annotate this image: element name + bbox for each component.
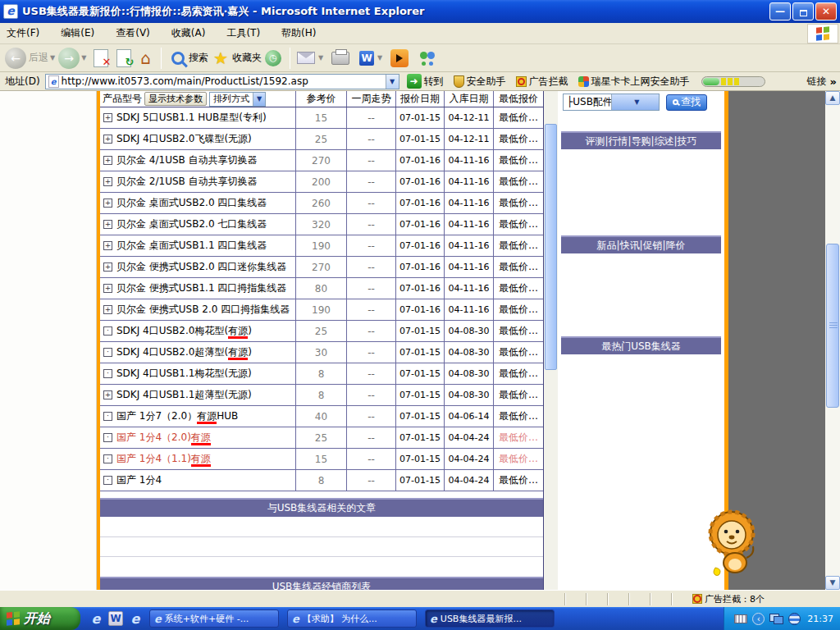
lowest-price-link[interactable]: 最低价… [494,129,543,149]
product-name-link[interactable]: SDKJ 4口USB2.0梅花型(有源) [116,324,252,338]
expand-icon[interactable]: + [103,262,112,272]
product-name-link[interactable]: SDKJ 4口USB1.1梅花型(无源) [116,367,252,381]
go-button[interactable]: ➜ 转到 [404,74,444,89]
product-name-link[interactable]: 国产 1分7（2.0）有源HUB [116,409,238,423]
back-dropdown-icon[interactable]: ▼ [50,54,55,62]
lowest-price-link[interactable]: 最低价… [494,107,543,128]
product-name-link[interactable]: 贝尔金 便携式USB1.1 四口拇指集线器 [116,281,286,295]
minimize-button[interactable]: — [769,2,791,21]
history-button[interactable]: ◷ [265,50,281,66]
chevron-down-icon[interactable]: ▼ [611,94,660,110]
scrollbar-thumb[interactable] [826,244,839,408]
expand-icon[interactable]: + [103,113,112,122]
media-button[interactable] [390,49,409,67]
lowest-price-link[interactable]: 最低价… [494,385,543,405]
back-button[interactable]: ← [5,48,26,69]
frame-scrollbar-thumb[interactable] [545,124,557,370]
lowest-price-link[interactable]: 最低价… [494,235,543,256]
url-dropdown-icon[interactable]: ▼ [386,75,399,89]
keyboard-tray-icon[interactable] [734,614,747,623]
ad-block-button[interactable]: 广告拦截 [516,75,568,89]
lowest-price-link[interactable]: 最低价… [494,278,543,299]
menu-file[interactable]: 文件(F) [7,26,39,40]
kaka-assistant-button[interactable]: 瑞星卡卡上网安全助手 [578,75,690,89]
favorites-icon[interactable]: ★ [213,48,228,68]
expand-icon[interactable]: + [103,305,112,314]
lowest-price-link[interactable]: 最低价… [494,342,543,363]
product-name-link[interactable]: SDKJ 4口USB2.0超薄型(有源) [116,345,252,359]
product-name-link[interactable]: 贝尔金 便携式USB 2.0 四口拇指集线器 [116,303,290,317]
lowest-price-link[interactable]: 最低价… [494,171,543,192]
task-button-2[interactable]: e 【求助】 为什么... [287,609,417,628]
sidebar-nav-news[interactable]: 新品|快讯|促销|降价 [561,235,721,253]
word-edit-button[interactable]: W [359,51,374,66]
product-name-link[interactable]: 国产 1分4（1.1)有源 [116,452,211,466]
vertical-scrollbar[interactable]: ▲ ▼ [825,91,840,590]
expand-icon[interactable]: + [103,177,112,186]
product-name-link[interactable]: 贝尔金 2/1USB 自动共享切换器 [116,175,258,189]
stop-button[interactable]: ✕ [94,49,108,67]
lowest-price-link[interactable]: 最低价… [494,449,543,469]
frame-scrollbar[interactable] [544,91,558,590]
product-name-link[interactable]: 国产 1分4（2.0)有源 [116,431,211,445]
restore-button[interactable] [792,2,814,21]
expand-icon[interactable]: + [103,241,112,250]
expand-icon[interactable]: · [103,454,112,463]
product-name-link[interactable]: SDKJ 4口USB2.0飞碟型(无源) [116,132,252,146]
product-name-link[interactable]: SDKJ 5口USB1.1 HUB星型(专利) [116,111,267,125]
expand-icon[interactable]: + [103,390,112,399]
forward-dropdown-icon[interactable]: ▼ [81,54,86,62]
product-name-link[interactable]: 国产 1分4 [116,473,162,487]
search-icon[interactable] [171,52,185,65]
expand-icon[interactable]: + [103,156,112,165]
lowest-price-link[interactable]: 最低价… [494,470,543,491]
app-tray-icon[interactable] [788,613,801,625]
show-params-button[interactable]: 显示技术参数 [144,92,207,106]
category-dropdown[interactable]: ├USB配件 ▼ [563,94,660,111]
word-dropdown-icon[interactable]: ▼ [377,54,382,62]
task-button-1[interactable]: e 系统+软件+硬件 -... [149,609,279,628]
close-button[interactable]: ✕ [815,2,837,21]
quick-launch-word-icon[interactable]: W [108,611,123,626]
menu-edit[interactable]: 编辑(E) [61,26,94,40]
lowest-price-link[interactable]: 最低价… [494,406,543,427]
lowest-price-link[interactable]: 最低价… [494,257,543,277]
lowest-price-link[interactable]: 最低价… [494,150,543,171]
expand-icon[interactable]: · [103,412,112,421]
collapse-tray-icon[interactable]: ‹ [752,613,765,625]
messenger-button[interactable] [418,50,436,66]
mail-button[interactable] [297,52,315,64]
find-button[interactable]: 查找 [666,94,707,111]
links-toolbar[interactable]: 链接 » [807,75,837,89]
product-name-link[interactable]: 贝尔金 桌面式USB2.0 七口集线器 [116,217,267,231]
sort-dropdown[interactable]: 排列方式 ▼ [209,92,266,107]
lowest-price-link[interactable]: 最低价… [494,363,543,384]
expand-icon[interactable]: · [103,433,112,442]
expand-icon[interactable]: · [103,348,112,357]
lowest-price-link[interactable]: 最低价… [494,193,543,213]
sidebar-nav-reviews[interactable]: 评测|行情|导购|综述|技巧 [561,131,721,149]
links-chevron-icon[interactable]: » [830,75,837,88]
home-button[interactable]: ⌂ [140,50,151,66]
expand-icon[interactable]: + [103,135,112,144]
security-helper-button[interactable]: 安全助手 [454,75,506,89]
expand-icon[interactable]: · [103,369,112,378]
expand-icon[interactable]: · [103,476,112,485]
expand-icon[interactable]: + [103,199,112,208]
network-tray-icon[interactable] [769,614,783,624]
expand-icon[interactable]: + [103,220,112,229]
task-button-3-active[interactable]: e USB集线器最新报... [425,609,555,628]
lowest-price-link[interactable]: 最低价… [494,321,543,341]
product-name-link[interactable]: SDKJ 4口USB1.1超薄型(无源) [116,388,252,402]
quick-launch-browser-icon[interactable]: e [128,611,143,626]
lowest-price-link[interactable]: 最低价… [494,427,543,448]
menu-tools[interactable]: 工具(T) [226,26,260,40]
forward-button[interactable]: → [58,48,80,69]
menu-favorites[interactable]: 收藏(A) [171,26,206,40]
scroll-down-icon[interactable]: ▼ [825,576,840,590]
favorites-label[interactable]: 收藏夹 [232,51,262,65]
product-name-link[interactable]: 贝尔金 桌面式USB1.1 四口集线器 [116,239,267,253]
expand-icon[interactable]: · [103,326,112,336]
kaka-lion-mascot[interactable] [697,505,761,579]
chevron-down-icon[interactable]: ▼ [253,93,265,106]
